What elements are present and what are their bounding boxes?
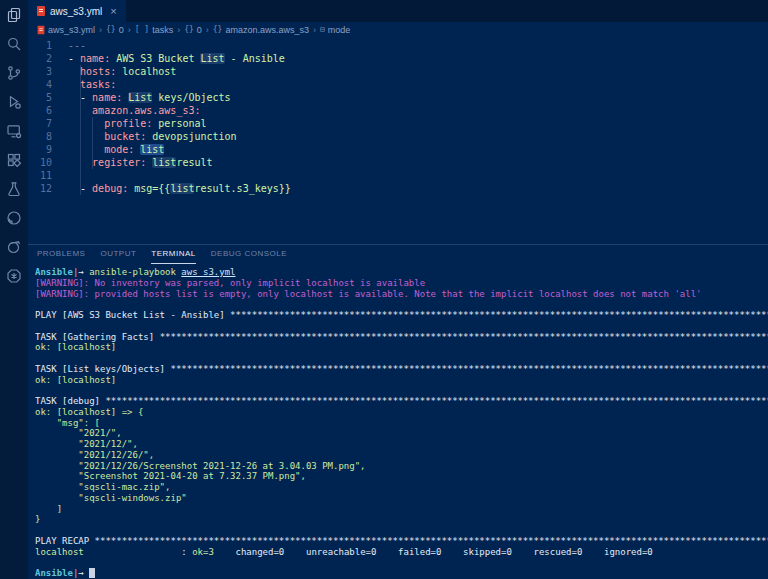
panel-tab-debug-console[interactable]: DEBUG CONSOLE	[211, 245, 287, 264]
line-number: 10	[28, 156, 52, 169]
line-number: 6	[28, 104, 52, 117]
indent-guide	[80, 65, 81, 195]
field-symbol-icon: ⊟	[320, 25, 325, 34]
terminal-line: TASK [Gathering Facts] *****************…	[35, 332, 768, 343]
editor-tab-bar: aws_s3.yml ×	[28, 0, 768, 22]
panel-tab-problems[interactable]: PROBLEMS	[37, 245, 85, 264]
terminal-output[interactable]: Ansible|→ ansible-playbook aws_s3.yml[WA…	[28, 264, 768, 579]
line-number: 5	[28, 91, 52, 104]
terminal-line: "sqscli-mac.zip",	[35, 482, 768, 493]
main-column: aws_s3.yml × aws_s3.yml›{}0›[ ]tasks›{}0…	[28, 0, 768, 579]
source-control-icon[interactable]	[6, 64, 23, 81]
code-line: 7 profile: personal	[28, 117, 768, 130]
breadcrumb-label: aws_s3.yml	[48, 25, 95, 35]
terminal-line: Ansible|→ ansible-playbook aws_s3.yml	[35, 267, 768, 278]
breadcrumb-item[interactable]: {}amazon.aws.aws_s3	[213, 25, 309, 35]
line-number: 4	[28, 78, 52, 91]
panel-tab-terminal[interactable]: TERMINAL	[151, 245, 195, 264]
activity-bar	[0, 0, 28, 579]
terminal-line	[35, 321, 768, 332]
terminal-line: TASK [List keys/Objects] ***************…	[35, 364, 768, 375]
terminal-line: ]	[35, 504, 768, 515]
line-number: 3	[28, 65, 52, 78]
terminal-line	[35, 525, 768, 536]
terminal-line: Ansible|→	[35, 568, 768, 579]
breadcrumb-label: mode	[328, 25, 351, 35]
terminal-line: PLAY RECAP *****************************…	[35, 536, 768, 547]
code-line: 5 - name: List keys/Objects	[28, 91, 768, 104]
breadcrumb-separator-icon: ›	[313, 25, 316, 35]
terminal-line: [WARNING]: provided hosts list is empty,…	[35, 289, 768, 300]
breadcrumb-separator-icon: ›	[206, 25, 209, 35]
code-line: 3 hosts: localhost	[28, 65, 768, 78]
line-number: 11	[28, 169, 52, 182]
terminal-line: ok: [localhost] => {	[35, 407, 768, 418]
terminal-line	[35, 557, 768, 568]
close-icon[interactable]: ×	[110, 6, 116, 17]
terminal-line	[35, 353, 768, 364]
code-line: 9 mode: list	[28, 143, 768, 156]
github-icon[interactable]	[6, 209, 23, 226]
terminal-line: TASK [debug] ***************************…	[35, 396, 768, 407]
breadcrumb-separator-icon: ›	[99, 25, 102, 35]
code-line: 11	[28, 169, 768, 182]
tab-label: aws_s3.yml	[50, 6, 102, 17]
run-and-debug-icon[interactable]	[6, 93, 23, 110]
terminal-line	[35, 299, 768, 310]
code-line: 6 amazon.aws.aws_s3:	[28, 104, 768, 117]
terminal-line: PLAY [AWS S3 Bucket List - Ansible] ****…	[35, 310, 768, 321]
breadcrumb-separator-icon: ›	[128, 25, 131, 35]
breadcrumb-item[interactable]: ⊟mode	[320, 25, 350, 35]
breadcrumb-item[interactable]: {}0	[184, 25, 202, 35]
braces-symbol-icon: {}	[106, 25, 116, 34]
breadcrumb-separator-icon: ›	[177, 25, 180, 35]
breadcrumb-label: 0	[119, 25, 124, 35]
brackets-symbol-icon: [ ]	[135, 25, 149, 34]
terminal-line: }	[35, 514, 768, 525]
panel-tab-bar: PROBLEMSOUTPUTTERMINALDEBUG CONSOLE	[28, 245, 768, 264]
code-editor[interactable]: 1---2- name: AWS S3 Bucket List - Ansibl…	[28, 37, 768, 244]
terminal-line: "2021/",	[35, 428, 768, 439]
terminal-line: "Screenshot 2021-04-20 at 7.32.37 PM.png…	[35, 471, 768, 482]
code-line: 10 register: listresult	[28, 156, 768, 169]
terminal-line: localhost : ok=3 changed=0 unreachable=0…	[35, 547, 768, 558]
terminal-line: "sqscli-windows.zip"	[35, 493, 768, 504]
yaml-file-icon	[38, 25, 45, 34]
code-line: 2- name: AWS S3 Bucket List - Ansible	[28, 52, 768, 65]
code-line: 4 tasks:	[28, 78, 768, 91]
code-line: 1---	[28, 39, 768, 52]
terminal-line: "2021/12/",	[35, 439, 768, 450]
breadcrumb-label: 0	[197, 25, 202, 35]
panel-tab-output[interactable]: OUTPUT	[100, 245, 136, 264]
terminal-line: "msg": [	[35, 418, 768, 429]
line-number: 7	[28, 117, 52, 130]
terminal-line: "2021/12/26/Screenshot 2021-12-26 at 3.0…	[35, 461, 768, 472]
vscode-window: aws_s3.yml × aws_s3.yml›{}0›[ ]tasks›{}0…	[0, 0, 768, 579]
explorer-icon[interactable]	[6, 6, 23, 23]
extensions-icon[interactable]	[6, 151, 23, 168]
code-line: 8 bucket: devopsjunction	[28, 130, 768, 143]
terminal-line: "2021/12/26/",	[35, 450, 768, 461]
bottom-panel: PROBLEMSOUTPUTTERMINALDEBUG CONSOLE Ansi…	[28, 244, 768, 579]
line-number: 1	[28, 39, 52, 52]
terminal-line	[35, 385, 768, 396]
yaml-file-icon	[37, 6, 45, 16]
line-number: 8	[28, 130, 52, 143]
testing-icon[interactable]	[6, 180, 23, 197]
braces-symbol-icon: {}	[213, 25, 223, 34]
code-line: 12 - debug: msg={{listresult.s3_keys}}	[28, 182, 768, 195]
extension-hat-icon[interactable]	[6, 238, 23, 255]
breadcrumb-label: amazon.aws.aws_s3	[225, 25, 309, 35]
search-icon[interactable]	[6, 35, 23, 52]
breadcrumb-item[interactable]: aws_s3.yml	[37, 25, 95, 35]
remote-explorer-icon[interactable]	[6, 122, 23, 139]
terminal-line: ok: [localhost]	[35, 342, 768, 353]
breadcrumb-label: tasks	[152, 25, 173, 35]
breadcrumb-item[interactable]: [ ]tasks	[135, 25, 173, 35]
breadcrumb-item[interactable]: {}0	[106, 25, 124, 35]
line-number: 12	[28, 182, 52, 195]
tab-aws-s3-yml[interactable]: aws_s3.yml ×	[28, 0, 126, 22]
terminal-line: ok: [localhost]	[35, 375, 768, 386]
terminal-line: [WARNING]: No inventory was parsed, only…	[35, 278, 768, 289]
extension-octagon-icon[interactable]	[6, 267, 23, 284]
